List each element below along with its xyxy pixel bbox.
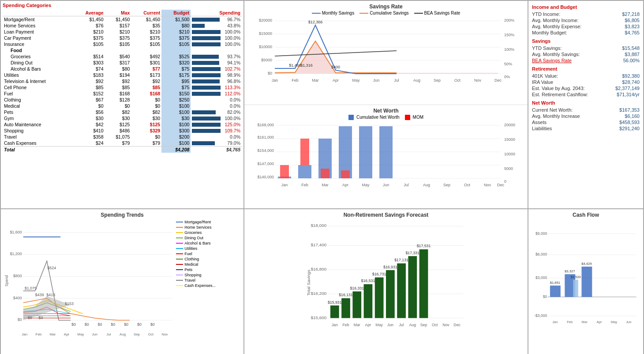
svg-text:$16,531: $16,531 xyxy=(361,279,375,283)
spending-categories-panel: Spending Categories Average Max Current … xyxy=(1,1,243,208)
cumulative-savings-line-icon xyxy=(359,13,368,14)
bea-savings-row: BEA Savings Rate 56.00% xyxy=(532,57,640,64)
svg-text:Mar: Mar xyxy=(354,323,360,327)
svg-text:Oct: Oct xyxy=(454,78,461,83)
est-cashflow-label: Est. Retirement Cashflow: xyxy=(532,92,588,97)
legend-color-icon xyxy=(176,227,183,228)
svg-text:Mar: Mar xyxy=(49,332,56,336)
col-header-current: Current xyxy=(131,10,161,16)
spending-title: Spending Categories xyxy=(3,3,242,8)
svg-text:$16,331: $16,331 xyxy=(350,286,364,290)
svg-text:$16,131: $16,131 xyxy=(339,293,353,297)
savings-rate-legend: Monthly Savings Cumulative Savings BEA S… xyxy=(247,11,525,15)
svg-text:10000: 10000 xyxy=(504,152,515,156)
monthly-budget-row: Monthly Budget: $4,765 xyxy=(532,30,640,36)
svg-rect-124 xyxy=(364,284,373,318)
legend-monthly-savings: Monthly Savings xyxy=(312,11,354,15)
svg-rect-134 xyxy=(419,249,428,318)
svg-text:Oct: Oct xyxy=(148,332,154,336)
svg-rect-165 xyxy=(581,267,592,297)
est-cashflow-value: $71,314/yr xyxy=(617,92,640,97)
svg-text:$413: $413 xyxy=(46,293,55,297)
svg-text:Jan: Jan xyxy=(272,78,278,83)
svg-text:$3,000: $3,000 xyxy=(535,275,547,280)
svg-text:$800: $800 xyxy=(13,274,22,278)
svg-text:$15,600: $15,600 xyxy=(311,315,327,320)
avg-monthly-income-row: Avg. Monthly Income: $6,805 xyxy=(532,17,640,23)
svg-text:$16,931: $16,931 xyxy=(383,265,397,269)
svg-text:$0: $0 xyxy=(543,294,547,299)
svg-text:$17,531: $17,531 xyxy=(417,244,431,248)
legend-color-icon xyxy=(176,285,183,286)
svg-text:$18,000: $18,000 xyxy=(311,223,327,228)
charts-panel: Savings Rate Monthly Savings Cumulative … xyxy=(244,1,528,208)
avg-increase-label: Avg. Monthly Increase xyxy=(532,113,580,119)
svg-rect-118 xyxy=(330,305,339,318)
est-value-label: Est. Value by Aug. 2043: xyxy=(532,86,585,91)
ytd-income-value: $27,218 xyxy=(622,11,640,17)
401k-label: 401K Value: xyxy=(532,73,558,79)
svg-text:$0: $0 xyxy=(38,316,43,320)
liabilities-row: Liabilities $291,240 xyxy=(532,125,640,132)
svg-text:$6,000: $6,000 xyxy=(535,252,547,256)
svg-text:$16,731: $16,731 xyxy=(372,272,386,276)
legend-cumulative-savings: Cumulative Savings xyxy=(359,11,408,15)
legend-item: Pets xyxy=(176,267,241,272)
avg-monthly-income-label: Avg. Monthly Income: xyxy=(532,18,579,23)
svg-text:$1,651: $1,651 xyxy=(550,281,560,285)
legend-color-icon xyxy=(176,264,183,265)
svg-text:Apr: Apr xyxy=(64,332,70,336)
cumulative-nw-label: Cumulative Net Worth xyxy=(356,115,400,120)
svg-text:$17,400: $17,400 xyxy=(311,242,327,247)
spending-table: Average Max Current Budget Spending Mort… xyxy=(3,10,242,153)
svg-text:$0: $0 xyxy=(150,322,155,327)
monthly-budget-label: Monthly Budget: xyxy=(532,30,567,35)
forecast-panel: Non-Retirement Savings Forecast $18,000 … xyxy=(244,209,528,354)
svg-text:Nov: Nov xyxy=(484,183,491,187)
current-nw-row: Current Net Worth: $167,353 xyxy=(532,107,640,113)
legend-text: Alcohol & Bars xyxy=(184,241,210,245)
svg-text:Sep: Sep xyxy=(420,323,427,327)
svg-marker-15 xyxy=(275,41,498,74)
legend-text: Clothing xyxy=(184,257,199,261)
svg-text:15000: 15000 xyxy=(504,137,515,142)
svg-text:$0: $0 xyxy=(111,322,115,327)
savings-rate-chart: Savings Rate Monthly Savings Cumulative … xyxy=(244,1,528,105)
legend-color-icon xyxy=(176,275,183,275)
svg-text:200%: 200% xyxy=(504,18,514,23)
svg-text:Dec: Dec xyxy=(494,78,502,83)
svg-rect-53 xyxy=(280,165,289,178)
svg-text:Total Savings: Total Savings xyxy=(306,270,311,296)
net-worth-info-title: Net Worth xyxy=(532,100,640,105)
savings-rate-title: Savings Rate xyxy=(247,4,525,10)
assets-value: $458,593 xyxy=(619,120,640,125)
svg-text:Apr: Apr xyxy=(342,183,348,187)
avg-increase-row: Avg. Monthly Increase $6,160 xyxy=(532,113,640,119)
svg-text:$154,000: $154,000 xyxy=(257,148,274,153)
svg-text:Aug: Aug xyxy=(423,183,430,187)
legend-item: Utilities xyxy=(176,246,241,251)
svg-text:$439: $439 xyxy=(35,293,44,297)
svg-text:Feb: Feb xyxy=(342,323,349,327)
svg-text:Dec: Dec xyxy=(497,183,505,187)
current-nw-value: $167,353 xyxy=(619,107,640,113)
svg-text:$0: $0 xyxy=(124,322,128,327)
svg-text:$17,131: $17,131 xyxy=(394,258,408,262)
svg-text:$400: $400 xyxy=(13,296,22,300)
svg-text:$15,931: $15,931 xyxy=(328,300,342,305)
liabilities-label: Liabilities xyxy=(532,126,552,131)
svg-text:May: May xyxy=(611,320,618,324)
svg-text:$0: $0 xyxy=(137,322,142,327)
legend-item: Travel xyxy=(176,278,241,282)
mom-box-icon xyxy=(405,115,410,120)
svg-text:$0: $0 xyxy=(18,317,22,322)
svg-text:Jul: Jul xyxy=(399,323,404,327)
svg-text:Jun: Jun xyxy=(92,332,97,336)
svg-text:$0: $0 xyxy=(268,71,272,75)
svg-text:Sep: Sep xyxy=(443,183,450,187)
col-header-avg: Average xyxy=(72,10,105,16)
svg-text:$10000: $10000 xyxy=(259,45,272,49)
svg-rect-48 xyxy=(298,165,311,178)
legend-text: Travel xyxy=(184,278,195,282)
svg-text:$168,000: $168,000 xyxy=(257,123,274,127)
